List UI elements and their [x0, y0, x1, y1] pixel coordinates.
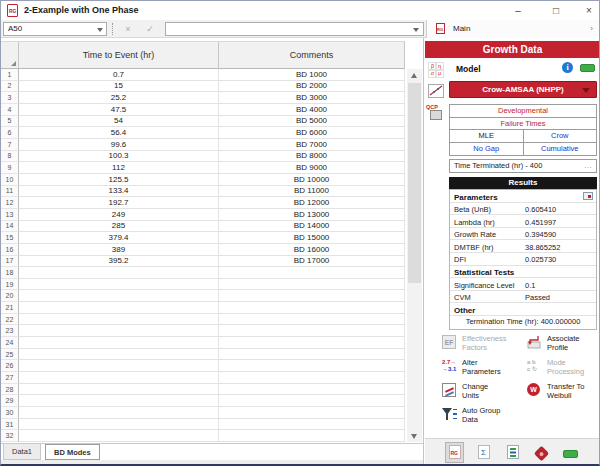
cell-comment[interactable]: [219, 419, 405, 431]
row-number[interactable]: 15: [1, 232, 19, 244]
cell-comment[interactable]: [219, 337, 405, 349]
row-number[interactable]: 12: [1, 197, 19, 209]
row-number[interactable]: 18: [1, 267, 19, 279]
row-number[interactable]: 13: [1, 209, 19, 221]
report-button[interactable]: [503, 442, 522, 463]
cell-comment[interactable]: BD 8000: [219, 151, 405, 163]
change-units-button[interactable]: ChangeUnits: [442, 382, 524, 404]
time-terminated-box[interactable]: Time Terminated (hr) - 400…: [449, 159, 597, 173]
row-number[interactable]: 26: [1, 360, 19, 372]
minimize-button[interactable]: –: [502, 1, 534, 20]
cell-comment[interactable]: BD 5000: [219, 116, 405, 128]
associate-profile-button[interactable]: AssociateProfile: [527, 334, 600, 356]
cell-time[interactable]: [19, 337, 219, 349]
cell-time[interactable]: 54: [19, 116, 219, 128]
cell-comment[interactable]: [219, 360, 405, 372]
cell-comment[interactable]: [219, 302, 405, 314]
send-to-icon[interactable]: [583, 192, 593, 200]
cell-comment[interactable]: BD 16000: [219, 244, 405, 256]
cell-time[interactable]: 395.2: [19, 256, 219, 268]
cell-comment[interactable]: [219, 407, 405, 419]
cell-comment[interactable]: [219, 267, 405, 279]
cell-comment[interactable]: BD 1000: [219, 69, 405, 81]
row-number[interactable]: 7: [1, 139, 19, 151]
cell-time[interactable]: 100.3: [19, 151, 219, 163]
row-number[interactable]: 5: [1, 116, 19, 128]
settings-option[interactable]: Developmental: [450, 105, 596, 117]
cell-comment[interactable]: BD 4000: [219, 104, 405, 116]
cell-time[interactable]: [19, 372, 219, 384]
auto-group-data-button[interactable]: Auto GroupData: [442, 406, 524, 428]
row-number[interactable]: 29: [1, 395, 19, 407]
cell-time[interactable]: 25.2: [19, 92, 219, 104]
chevron-down-icon[interactable]: [582, 88, 590, 93]
plot-sheet-button[interactable]: [561, 442, 580, 463]
row-number[interactable]: 16: [1, 244, 19, 256]
cell-time[interactable]: 125.5: [19, 174, 219, 186]
cell-time[interactable]: 0.7: [19, 69, 219, 81]
cell-comment[interactable]: [219, 395, 405, 407]
cell-time[interactable]: [19, 419, 219, 431]
cell-comment[interactable]: [219, 279, 405, 291]
settings-option[interactable]: MLE: [450, 130, 524, 142]
transfer-to-weibull-button[interactable]: WTransfer ToWeibull: [527, 382, 600, 404]
row-number[interactable]: 3: [1, 92, 19, 104]
settings-option[interactable]: No Gap: [450, 143, 524, 156]
cell-comment[interactable]: BD 2000: [219, 81, 405, 93]
scrollbar-thumb[interactable]: [408, 83, 421, 283]
row-number[interactable]: 21: [1, 302, 19, 314]
info-icon[interactable]: i: [562, 62, 573, 73]
cell-comment[interactable]: BD 11000: [219, 186, 405, 198]
row-number[interactable]: 32: [1, 430, 19, 442]
cell-comment[interactable]: BD 13000: [219, 209, 405, 221]
cell-comment[interactable]: BD 17000: [219, 256, 405, 268]
column-header-comments[interactable]: Comments: [219, 41, 405, 69]
cell-time[interactable]: [19, 290, 219, 302]
row-number[interactable]: 4: [1, 104, 19, 116]
cell-comment[interactable]: [219, 314, 405, 326]
cell-comment[interactable]: [219, 290, 405, 302]
cell-time[interactable]: 99.6: [19, 139, 219, 151]
cell-comment[interactable]: [219, 384, 405, 396]
cell-comment[interactable]: [219, 349, 405, 361]
cell-time[interactable]: 47.5: [19, 104, 219, 116]
navigator-bar[interactable]: Main ›: [426, 20, 600, 38]
model-dropdown[interactable]: Crow-AMSAA (NHPP): [449, 81, 597, 98]
row-number[interactable]: 28: [1, 384, 19, 396]
cell-comment[interactable]: BD 3000: [219, 92, 405, 104]
settings-option[interactable]: Cumulative: [524, 143, 597, 156]
chevron-down-icon[interactable]: [413, 28, 419, 32]
failure-modes-button[interactable]: [532, 442, 551, 463]
row-number[interactable]: 27: [1, 372, 19, 384]
cell-time[interactable]: 379.4: [19, 232, 219, 244]
confirm-entry-button[interactable]: ✓: [140, 22, 160, 36]
row-number[interactable]: 6: [1, 127, 19, 139]
cell-time[interactable]: [19, 302, 219, 314]
row-number[interactable]: 10: [1, 174, 19, 186]
cell-time[interactable]: [19, 349, 219, 361]
chevron-down-icon[interactable]: [97, 28, 103, 32]
cell-time[interactable]: 112: [19, 162, 219, 174]
row-number[interactable]: 30: [1, 407, 19, 419]
row-number[interactable]: 9: [1, 162, 19, 174]
cell-time[interactable]: [19, 360, 219, 372]
scroll-down-icon[interactable]: [407, 429, 422, 442]
close-button[interactable]: ×: [573, 1, 600, 20]
chevron-right-icon[interactable]: ›: [590, 24, 593, 33]
cancel-entry-button[interactable]: ×: [118, 22, 138, 36]
cell-comment[interactable]: BD 9000: [219, 162, 405, 174]
maximize-button[interactable]: □: [540, 1, 572, 20]
cell-reference-box[interactable]: A50: [3, 22, 107, 36]
row-number[interactable]: 20: [1, 290, 19, 302]
scroll-up-icon[interactable]: [407, 69, 422, 82]
cell-time[interactable]: [19, 267, 219, 279]
cell-time[interactable]: [19, 279, 219, 291]
cell-comment[interactable]: BD 7000: [219, 139, 405, 151]
rga-folio-button[interactable]: [445, 442, 464, 463]
row-number[interactable]: 11: [1, 186, 19, 198]
row-number[interactable]: 19: [1, 279, 19, 291]
cell-time[interactable]: [19, 430, 219, 442]
cell-comment[interactable]: BD 6000: [219, 127, 405, 139]
cell-time[interactable]: [19, 325, 219, 337]
status-badge[interactable]: [580, 64, 595, 72]
